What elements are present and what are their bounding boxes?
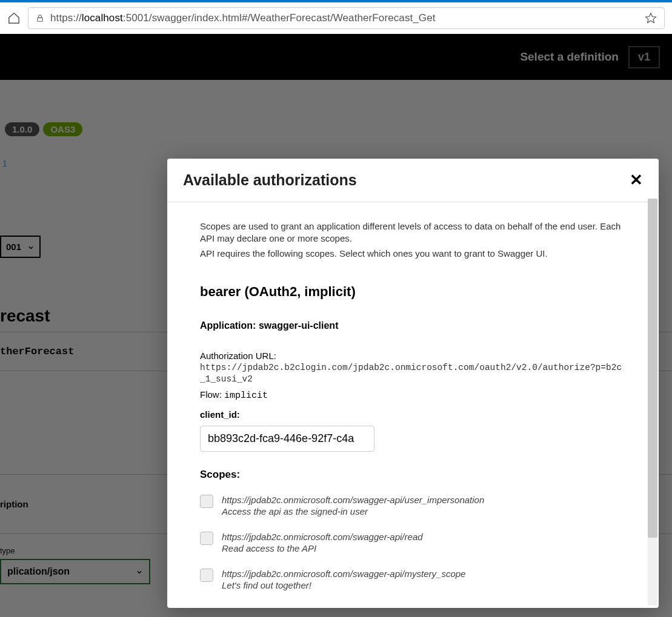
scope-text: https://jpdab2c.onmicrosoft.com/swagger-…	[222, 494, 484, 518]
scope-item: https://jpdab2c.onmicrosoft.com/swagger-…	[200, 531, 626, 555]
intro-text-2: API requires the following scopes. Selec…	[200, 248, 626, 260]
scope-checkbox[interactable]	[200, 495, 213, 508]
scope-checkbox[interactable]	[200, 569, 213, 582]
intro-text-1: Scopes are used to grant an application …	[200, 220, 626, 245]
auth-url-value: https://jpdab2c.b2clogin.com/jpdab2c.onm…	[200, 362, 626, 386]
client-id-input[interactable]	[200, 426, 374, 452]
client-id-label: client_id:	[200, 409, 626, 420]
modal-title: Available authorizations	[183, 171, 357, 189]
scopes-heading: Scopes:	[200, 469, 626, 481]
flow-line: Flow: implicit	[200, 389, 626, 401]
url-bar[interactable]: https://localhost:5001/swagger/index.htm…	[28, 7, 665, 29]
auth-scheme-name: bearer (OAuth2, implicit)	[200, 284, 626, 300]
scope-item: https://jpdab2c.onmicrosoft.com/swagger-…	[200, 568, 626, 592]
modal-header: Available authorizations ✕	[167, 159, 659, 202]
scope-text: https://jpdab2c.onmicrosoft.com/swagger-…	[222, 531, 423, 555]
authorizations-modal: Available authorizations ✕ Scopes are us…	[167, 159, 659, 608]
scope-text: https://jpdab2c.onmicrosoft.com/swagger-…	[222, 568, 465, 592]
url-text: https://localhost:5001/swagger/index.htm…	[50, 12, 436, 24]
modal-body: Scopes are used to grant an application …	[167, 202, 659, 608]
scope-checkbox[interactable]	[200, 532, 213, 545]
home-icon[interactable]	[7, 12, 21, 25]
browser-bar: https://localhost:5001/swagger/index.htm…	[0, 0, 672, 34]
lock-icon	[36, 14, 44, 22]
application-name: Application: swagger-ui-client	[200, 320, 626, 331]
svg-rect-0	[38, 18, 42, 21]
auth-url-label: Authorization URL:	[200, 351, 626, 361]
scope-item: https://jpdab2c.onmicrosoft.com/swagger-…	[200, 494, 626, 518]
favorite-icon[interactable]	[645, 12, 657, 24]
close-icon[interactable]: ✕	[630, 171, 643, 190]
